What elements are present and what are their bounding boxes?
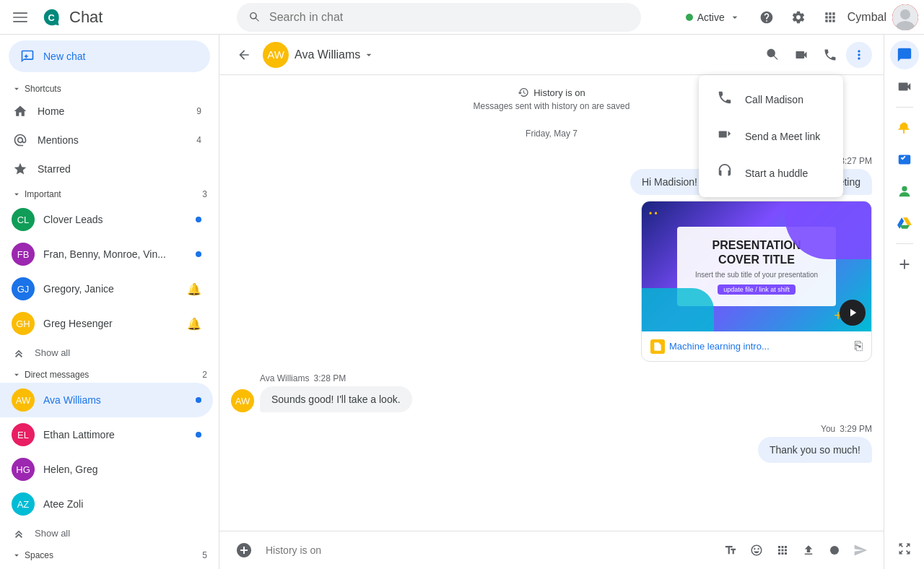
sidebar-item-gregory-janice[interactable]: GJ Gregory, Janice 🔔: [0, 272, 213, 306]
top-bar: C Chat Active Cymbal: [0, 0, 924, 35]
rail-keep-icon[interactable]: [890, 113, 919, 142]
search-input[interactable]: [269, 11, 629, 24]
headset-icon: [716, 163, 733, 183]
rail-tasks-icon[interactable]: [890, 145, 919, 174]
record-button[interactable]: [823, 539, 846, 562]
app-title: Chat: [69, 8, 103, 27]
copy-button[interactable]: ⎘: [855, 339, 863, 354]
apps-in-chat-button[interactable]: [771, 539, 794, 562]
send-meet-link-option[interactable]: Send a Meet link: [699, 118, 843, 155]
phone-button[interactable]: [817, 42, 843, 68]
add-icon: [235, 542, 253, 559]
mentions-label: Mentions: [38, 134, 188, 146]
rail-divider-1: [896, 107, 913, 108]
ethan-lattimore-unread: [196, 432, 201, 438]
new-chat-button[interactable]: New chat: [9, 40, 210, 72]
ethan-lattimore-avatar: EL: [12, 423, 35, 446]
message-input[interactable]: [266, 539, 710, 562]
apps-button[interactable]: [816, 3, 845, 32]
ava-williams-label: Ava Williams: [43, 394, 187, 406]
expand-icon: [897, 542, 912, 556]
more-options-button[interactable]: [846, 42, 872, 68]
apps-chat-icon: [776, 544, 789, 557]
status-label: Active: [697, 12, 725, 23]
tasks-svg: [897, 152, 912, 168]
top-bar-right: Active Cymbal: [677, 3, 918, 32]
sidebar-item-mentions[interactable]: Mentions 4: [0, 126, 213, 155]
menu-icon[interactable]: [6, 3, 35, 32]
sidebar-item-greg-hesenger[interactable]: GH Greg Hesenger 🔔: [0, 306, 213, 341]
msg3-time: 3:29 PM: [840, 424, 872, 434]
back-icon: [237, 48, 251, 62]
start-huddle-option[interactable]: Start a huddle: [699, 155, 843, 191]
start-huddle-label: Start a huddle: [745, 168, 808, 179]
send-button[interactable]: [849, 539, 872, 562]
add-attachment-button[interactable]: [231, 537, 257, 563]
format-text-button[interactable]: [719, 539, 742, 562]
sidebar-item-home[interactable]: Home 9: [0, 97, 213, 126]
dm-show-all[interactable]: Show all: [0, 521, 219, 544]
home-count: 9: [196, 106, 201, 116]
sidebar-item-starred[interactable]: Starred: [0, 155, 213, 183]
msg2-time: 3:28 PM: [313, 373, 346, 383]
call-madison-label: Call Madison: [745, 94, 803, 105]
shortcuts-chevron-icon[interactable]: [12, 84, 22, 94]
msg2-sender: Ava Williams: [260, 373, 309, 383]
important-show-all[interactable]: Show all: [0, 341, 219, 364]
dm-count: 2: [202, 370, 207, 380]
rail-add-button[interactable]: [890, 250, 919, 279]
play-button[interactable]: [840, 300, 866, 326]
presentation-badge: update file / link at shift: [718, 284, 796, 295]
help-button[interactable]: [752, 3, 781, 32]
rail-meet-svg: [897, 79, 912, 95]
dm-label: Direct messages: [25, 370, 89, 380]
sidebar-item-fran-benny[interactable]: FB Fran, Benny, Monroe, Vin...: [0, 237, 213, 272]
search-box[interactable]: [237, 3, 641, 32]
rail-chat-svg: [897, 47, 912, 63]
spaces-chevron-icon[interactable]: [12, 550, 22, 560]
svg-rect-0: [13, 12, 27, 14]
user-avatar[interactable]: [892, 4, 918, 30]
sidebar-item-ava-williams[interactable]: AW Ava Williams: [0, 383, 213, 417]
clover-leads-unread: [196, 217, 201, 222]
video-button[interactable]: [788, 42, 814, 68]
atee-zoli-avatar: AZ: [12, 492, 35, 516]
top-bar-left: C Chat: [6, 3, 225, 32]
chat-contact-name[interactable]: Ava Williams: [295, 48, 375, 61]
chat-area: AW Ava Williams: [219, 35, 884, 569]
brand-name: Cymbal: [847, 11, 886, 24]
format-text-icon: [724, 544, 737, 557]
sidebar-item-ethan-lattimore[interactable]: EL Ethan Lattimore: [0, 417, 213, 452]
dm-section-header: Direct messages 2: [0, 364, 219, 383]
spaces-section-header: Spaces 5: [0, 544, 219, 563]
emoji-icon: [750, 544, 763, 557]
rail-drive-icon[interactable]: [890, 209, 919, 238]
call-madison-option[interactable]: Call Madison: [699, 81, 843, 118]
important-chevron-icon[interactable]: [12, 189, 22, 199]
rail-contacts-icon[interactable]: [890, 177, 919, 206]
msg3-bubble: Thank you so much!: [758, 437, 872, 463]
back-button[interactable]: [231, 42, 257, 68]
sidebar-item-helen-greg[interactable]: HG Helen, Greg: [0, 452, 213, 487]
upload-icon: [802, 544, 815, 557]
sidebar-item-cloud-announcements[interactable]: ☁ Cloud Annoucements: [0, 563, 213, 569]
phone-icon: [823, 48, 837, 62]
msg3-sender: You: [821, 424, 835, 434]
emoji-button[interactable]: [745, 539, 768, 562]
important-show-all-label: Show all: [35, 347, 70, 358]
rail-meet-icon[interactable]: [890, 72, 919, 101]
attachment-filename: Machine learning intro...: [669, 341, 770, 352]
dm-chevron-icon[interactable]: [12, 370, 22, 380]
msg1-time: 3:27 PM: [840, 156, 872, 166]
msg3-meta: You 3:29 PM: [821, 424, 872, 434]
rail-expand-button[interactable]: [890, 534, 919, 563]
spaces-label: Spaces: [25, 550, 53, 560]
upload-button[interactable]: [797, 539, 820, 562]
fran-benny-unread: [196, 251, 201, 257]
settings-button[interactable]: [784, 3, 813, 32]
rail-chat-icon[interactable]: [890, 40, 919, 69]
sidebar-item-atee-zoli[interactable]: AZ Atee Zoli: [0, 487, 213, 521]
sidebar-item-clover-leads[interactable]: CL Clover Leads: [0, 202, 213, 237]
search-in-chat-button[interactable]: [759, 42, 785, 68]
status-button[interactable]: Active: [677, 7, 749, 27]
